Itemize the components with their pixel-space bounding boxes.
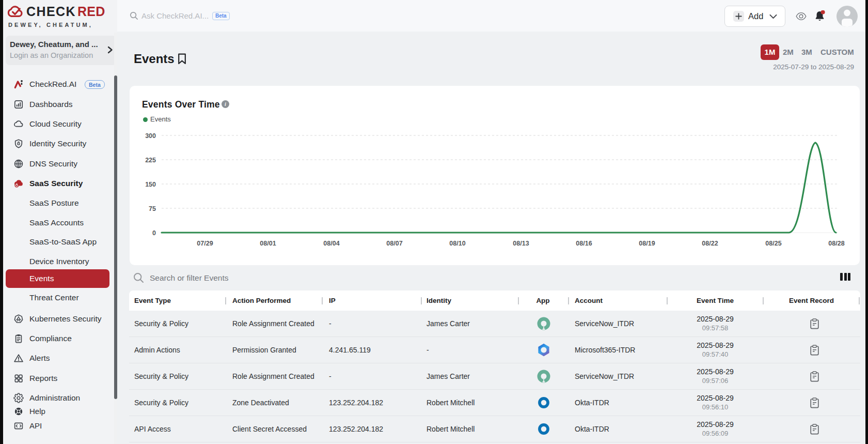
svg-text:225: 225	[145, 157, 156, 164]
svg-text:07/29: 07/29	[197, 240, 213, 247]
svg-text:08/19: 08/19	[639, 240, 655, 247]
svg-text:08/07: 08/07	[386, 240, 402, 247]
svg-text:75: 75	[149, 205, 156, 212]
svg-text:300: 300	[145, 132, 156, 140]
svg-text:08/04: 08/04	[323, 240, 339, 247]
svg-text:08/25: 08/25	[765, 240, 781, 247]
svg-text:08/01: 08/01	[260, 240, 276, 247]
svg-text:08/28: 08/28	[828, 240, 844, 247]
svg-text:0: 0	[152, 229, 156, 237]
svg-text:08/16: 08/16	[576, 240, 592, 247]
svg-text:150: 150	[145, 181, 156, 188]
svg-text:08/10: 08/10	[449, 240, 465, 247]
svg-text:08/22: 08/22	[702, 240, 718, 247]
svg-text:08/13: 08/13	[513, 240, 529, 247]
